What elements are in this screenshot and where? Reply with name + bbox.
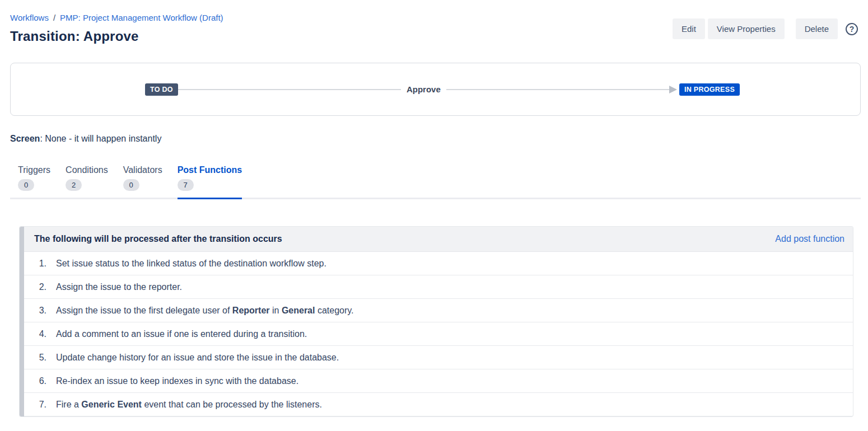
- tab-triggers-count-badge: 0: [18, 179, 34, 191]
- tab-post-functions-label: Post Functions: [178, 165, 242, 175]
- row-number: 5.: [35, 353, 46, 363]
- tab-conditions-label: Conditions: [66, 165, 108, 175]
- screen-info: Screen: None - it will happen instantly: [10, 134, 858, 144]
- row-number: 1.: [35, 259, 46, 269]
- transition-line-right: [446, 89, 669, 90]
- breadcrumb-link-workflow-name[interactable]: PMP: Project Management Workflow (Draft): [60, 13, 223, 22]
- post-function-description: Re-index an issue to keep indexes in syn…: [56, 376, 298, 386]
- row-number: 2.: [35, 282, 46, 292]
- page-header: Workflows/PMP: Project Management Workfl…: [0, 0, 868, 44]
- help-icon[interactable]: ?: [846, 23, 858, 35]
- status-badge-from: TO DO: [145, 83, 178, 96]
- post-function-row: 7.Fire a Generic Event event that can be…: [24, 393, 853, 416]
- post-function-description: Update change history for an issue and s…: [56, 353, 339, 363]
- post-function-row: 5.Update change history for an issue and…: [24, 346, 853, 369]
- transition-line-left: [178, 89, 401, 90]
- tab-post-functions-count-badge: 7: [178, 179, 194, 191]
- toolbar: Edit View Properties Delete ?: [673, 18, 858, 39]
- row-number: 7.: [35, 400, 46, 410]
- post-function-description: Fire a Generic Event event that can be p…: [56, 400, 322, 410]
- page-title: Transition: Approve: [10, 29, 223, 44]
- tabs-bar: Triggers 0 Conditions 2 Validators 0 Pos…: [10, 165, 861, 199]
- row-number: 4.: [35, 329, 46, 339]
- header-left: Workflows/PMP: Project Management Workfl…: [10, 12, 223, 44]
- delete-button[interactable]: Delete: [796, 18, 838, 39]
- post-functions-panel: The following will be processed after th…: [20, 227, 853, 416]
- post-function-description: Assign the issue to the reporter.: [56, 282, 182, 292]
- tab-conditions[interactable]: Conditions 2: [66, 165, 108, 199]
- arrow-head-icon: [669, 86, 677, 93]
- post-function-row: 3.Assign the issue to the first delegate…: [24, 299, 853, 322]
- tab-triggers-label: Triggers: [18, 165, 50, 175]
- screen-info-value: : None - it will happen instantly: [40, 134, 161, 143]
- row-number: 6.: [35, 376, 46, 386]
- breadcrumb-link-workflows[interactable]: Workflows: [10, 13, 49, 22]
- tab-validators-count-badge: 0: [123, 179, 139, 191]
- post-function-description: Set issue status to the linked status of…: [56, 259, 326, 269]
- tab-conditions-count-badge: 2: [66, 179, 82, 191]
- breadcrumb-separator: /: [53, 13, 55, 22]
- view-properties-button[interactable]: View Properties: [708, 18, 785, 39]
- post-function-description: Assign the issue to the first delegate u…: [56, 306, 354, 316]
- row-number: 3.: [35, 306, 46, 316]
- post-function-description: Add a comment to an issue if one is ente…: [56, 329, 307, 339]
- transition-diagram: TO DO Approve IN PROGRESS: [10, 63, 861, 116]
- edit-button[interactable]: Edit: [673, 18, 705, 39]
- screen-info-label: Screen: [10, 134, 40, 143]
- post-function-row: 6.Re-index an issue to keep indexes in s…: [24, 369, 853, 393]
- tab-triggers[interactable]: Triggers 0: [18, 165, 50, 199]
- status-badge-to: IN PROGRESS: [679, 83, 740, 96]
- post-function-row: 4.Add a comment to an issue if one is en…: [24, 322, 853, 346]
- post-function-row: 1.Set issue status to the linked status …: [24, 252, 853, 275]
- post-function-row: 2.Assign the issue to the reporter.: [24, 275, 853, 299]
- post-function-list: 1.Set issue status to the linked status …: [24, 252, 853, 416]
- tab-validators-label: Validators: [123, 165, 162, 175]
- tab-post-functions[interactable]: Post Functions 7: [178, 165, 242, 199]
- add-post-function-link[interactable]: Add post function: [775, 234, 844, 244]
- transition-name-label: Approve: [407, 85, 441, 94]
- tab-validators[interactable]: Validators 0: [123, 165, 162, 199]
- panel-title: The following will be processed after th…: [34, 234, 282, 244]
- panel-header: The following will be processed after th…: [24, 227, 853, 252]
- breadcrumb: Workflows/PMP: Project Management Workfl…: [10, 12, 223, 24]
